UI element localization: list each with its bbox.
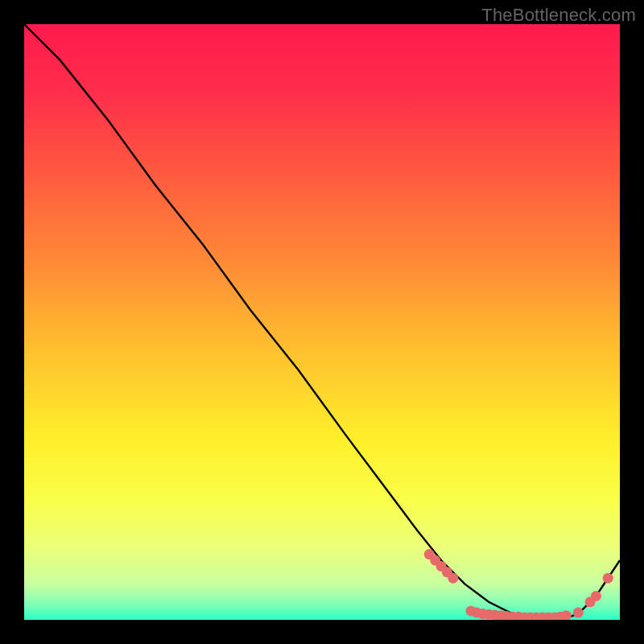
marker-group xyxy=(424,549,613,620)
data-marker xyxy=(603,573,613,584)
plot-area xyxy=(24,24,620,620)
data-marker xyxy=(561,610,572,620)
data-marker xyxy=(573,608,584,618)
chart-svg xyxy=(24,24,620,620)
watermark-text: TheBottleneck.com xyxy=(481,5,636,26)
data-marker xyxy=(591,591,601,601)
chart-frame: TheBottleneck.com xyxy=(0,0,644,644)
bottleneck-curve xyxy=(24,24,620,620)
data-marker xyxy=(448,573,458,584)
